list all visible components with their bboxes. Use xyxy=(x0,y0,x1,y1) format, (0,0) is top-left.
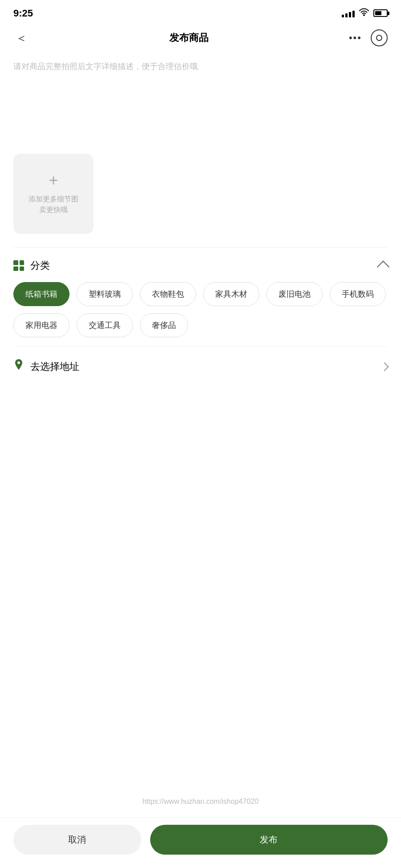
signal-icon xyxy=(342,9,355,17)
add-image-button[interactable]: + 添加更多细节图卖更快哦 xyxy=(13,154,94,234)
tag-jiaju[interactable]: 家具木材 xyxy=(203,282,259,306)
watermark: https://www.huzhan.com/ishop47020 xyxy=(0,789,401,815)
plus-icon: + xyxy=(49,172,58,188)
description-area[interactable]: 请对商品完整拍照后文字详细描述，便于合理估价哦 xyxy=(0,51,401,149)
wifi-icon xyxy=(359,8,369,18)
nav-actions: ••• xyxy=(349,29,388,46)
tag-jiayong[interactable]: 家用电器 xyxy=(13,313,70,337)
add-image-section: + 添加更多细节图卖更快哦 xyxy=(0,149,401,247)
tag-jiaotong[interactable]: 交通工具 xyxy=(77,313,133,337)
address-section[interactable]: 去选择地址 xyxy=(0,347,401,387)
status-icons xyxy=(342,8,388,18)
more-button[interactable]: ••• xyxy=(349,32,362,44)
tag-zhixiang[interactable]: 纸箱书籍 xyxy=(13,282,70,306)
location-icon xyxy=(13,359,24,374)
back-button[interactable]: ＜ xyxy=(13,28,29,48)
category-header: 分类 xyxy=(13,259,388,272)
category-section: 分类 纸箱书籍 塑料玻璃 衣物鞋包 家具木材 废旧电池 手机数码 家用电器 交通… xyxy=(0,248,401,346)
tag-shechi[interactable]: 奢侈品 xyxy=(140,313,188,337)
status-time: 9:25 xyxy=(13,8,33,19)
category-header-left: 分类 xyxy=(13,259,50,272)
grid-icon xyxy=(13,260,24,271)
nav-bar: ＜ 发布商品 ••• xyxy=(0,25,401,51)
tag-feidian[interactable]: 废旧电池 xyxy=(266,282,323,306)
cancel-button[interactable]: 取消 xyxy=(13,825,141,855)
description-placeholder: 请对商品完整拍照后文字详细描述，便于合理估价哦 xyxy=(13,62,198,71)
camera-lens-icon xyxy=(376,35,382,41)
publish-button[interactable]: 发布 xyxy=(150,825,388,855)
page-title: 发布商品 xyxy=(169,31,209,45)
bottom-bar: 取消 发布 xyxy=(0,817,401,868)
tag-shouji[interactable]: 手机数码 xyxy=(330,282,386,306)
chevron-up-icon[interactable] xyxy=(377,261,389,273)
address-label: 去选择地址 xyxy=(30,360,79,373)
chevron-right-icon xyxy=(380,362,389,371)
category-title: 分类 xyxy=(30,259,50,272)
address-left: 去选择地址 xyxy=(13,359,79,374)
add-image-label: 添加更多细节图卖更快哦 xyxy=(29,194,78,215)
category-tags: 纸箱书籍 塑料玻璃 衣物鞋包 家具木材 废旧电池 手机数码 家用电器 交通工具 … xyxy=(13,282,388,337)
tag-suliao[interactable]: 塑料玻璃 xyxy=(77,282,133,306)
tag-yiwu[interactable]: 衣物鞋包 xyxy=(140,282,196,306)
camera-button[interactable] xyxy=(371,29,388,46)
battery-icon xyxy=(373,9,388,17)
status-bar: 9:25 xyxy=(0,0,401,25)
